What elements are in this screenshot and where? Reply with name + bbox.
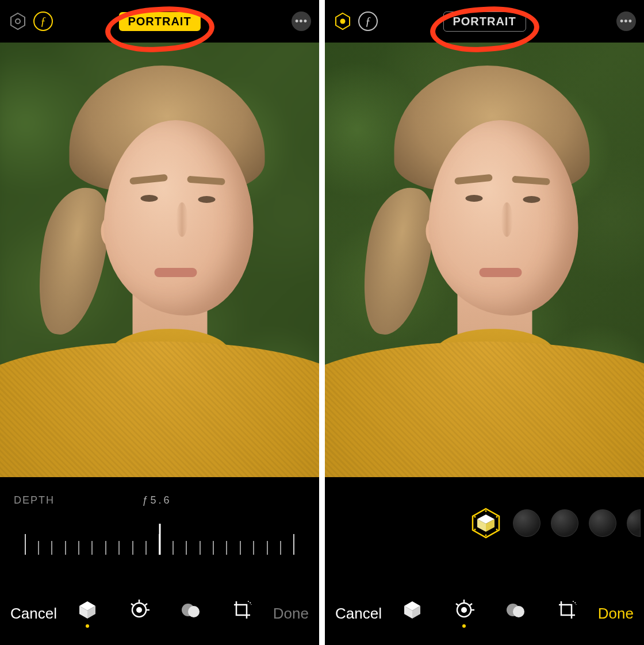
- photo-preview[interactable]: [0, 43, 319, 477]
- svg-point-35: [513, 606, 524, 617]
- svg-line-10: [131, 604, 133, 605]
- svg-line-8: [145, 604, 147, 605]
- svg-line-31: [470, 604, 472, 605]
- depth-controls: DEPTH ƒ5.6: [0, 477, 319, 563]
- svg-point-20: [496, 516, 498, 518]
- depth-value: ƒ5.6: [142, 494, 171, 506]
- portrait-badge[interactable]: PORTRAIT: [118, 12, 200, 31]
- photo-preview[interactable]: [325, 43, 644, 477]
- svg-point-14: [340, 19, 346, 24]
- bottom-toolbar: Cancel Done: [325, 582, 644, 645]
- aperture-fstop-icon[interactable]: ƒ: [33, 11, 53, 31]
- depth-label: DEPTH: [14, 494, 55, 506]
- svg-point-22: [485, 535, 487, 536]
- depth-slider-thumb[interactable]: [159, 524, 160, 555]
- svg-point-24: [474, 516, 476, 518]
- adjust-dial-icon[interactable]: [451, 597, 477, 629]
- right-editor-panel: ƒ PORTRAIT •••: [325, 0, 644, 645]
- crop-rotate-icon[interactable]: [554, 597, 581, 629]
- svg-point-29: [461, 607, 467, 613]
- done-button[interactable]: Done: [598, 605, 634, 623]
- svg-point-12: [188, 606, 200, 617]
- lighting-options: [325, 477, 644, 563]
- more-options-icon[interactable]: •••: [616, 11, 636, 31]
- portrait-cube-icon[interactable]: [399, 597, 425, 629]
- top-bar: ƒ PORTRAIT •••: [325, 0, 644, 43]
- lighting-hexagon-icon[interactable]: [8, 11, 28, 31]
- lighting-option-stage[interactable]: [589, 509, 616, 537]
- svg-point-23: [474, 529, 476, 531]
- lighting-option-stage-mono[interactable]: [627, 509, 641, 537]
- svg-point-21: [496, 529, 498, 531]
- top-bar: ƒ PORTRAIT •••: [0, 0, 319, 43]
- active-tool-dot: [462, 624, 466, 628]
- svg-point-19: [485, 510, 487, 512]
- portrait-cube-icon[interactable]: [74, 597, 101, 629]
- crop-rotate-icon[interactable]: [229, 597, 256, 629]
- lighting-hexagon-icon[interactable]: [333, 11, 352, 31]
- aperture-fstop-icon[interactable]: ƒ: [358, 11, 378, 31]
- portrait-badge[interactable]: PORTRAIT: [443, 11, 526, 32]
- done-button[interactable]: Done: [273, 605, 309, 623]
- cancel-button[interactable]: Cancel: [10, 605, 57, 623]
- filters-circles-icon[interactable]: [178, 597, 204, 629]
- adjust-dial-icon[interactable]: [126, 597, 152, 629]
- more-options-icon[interactable]: •••: [292, 11, 311, 31]
- lighting-option-studio[interactable]: [513, 509, 540, 537]
- lighting-option-natural[interactable]: [469, 506, 503, 540]
- left-editor-panel: ƒ PORTRAIT ••• DEPTH ƒ5.6: [0, 0, 319, 645]
- svg-point-1: [16, 19, 20, 24]
- svg-point-6: [136, 607, 142, 613]
- svg-marker-0: [11, 13, 25, 29]
- cancel-button[interactable]: Cancel: [335, 605, 382, 623]
- lighting-option-contour[interactable]: [551, 509, 578, 537]
- active-tool-dot: [86, 624, 89, 628]
- svg-line-33: [456, 604, 458, 605]
- filters-circles-icon[interactable]: [503, 597, 529, 629]
- depth-slider[interactable]: [25, 520, 295, 555]
- bottom-toolbar: Cancel Done: [0, 582, 319, 645]
